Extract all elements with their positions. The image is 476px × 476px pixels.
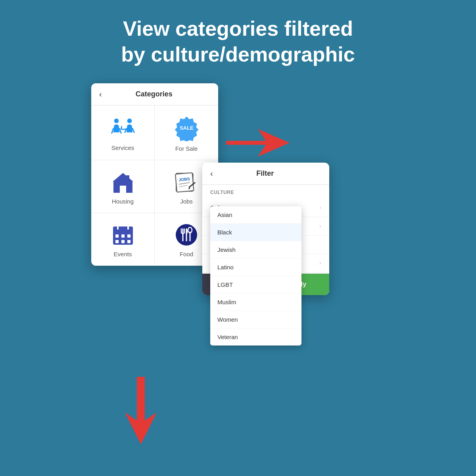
svg-rect-31 xyxy=(127,240,131,243)
dropdown-item-lgbt[interactable]: LGBT xyxy=(210,276,301,294)
housing-chevron-icon: › xyxy=(319,259,321,267)
culture-chevron-icon: › xyxy=(319,204,321,211)
arrow-filter-indicator xyxy=(123,377,159,446)
svg-line-7 xyxy=(132,129,134,132)
svg-marker-40 xyxy=(125,377,157,444)
culture-dropdown: Asian Black Jewish Latino LGBT Muslim Wo… xyxy=(210,206,301,345)
arrow-forsale-indicator xyxy=(226,127,290,160)
events-icon xyxy=(109,223,137,247)
svg-marker-10 xyxy=(113,173,133,182)
filter-title: Filter xyxy=(217,169,313,178)
category-services[interactable]: Services xyxy=(91,106,155,160)
dropdown-item-jewish[interactable]: Jewish xyxy=(210,241,301,259)
headline-line2: by culture/demographic xyxy=(121,43,355,66)
svg-rect-29 xyxy=(115,240,119,243)
dropdown-item-veteran[interactable]: Veteran xyxy=(210,328,301,345)
svg-rect-11 xyxy=(126,175,129,181)
food-label: Food xyxy=(180,251,193,257)
svg-rect-15 xyxy=(175,173,194,192)
headline-line1: View categories filtered xyxy=(123,17,353,40)
svg-rect-26 xyxy=(115,234,119,238)
categories-back-button[interactable]: ‹ xyxy=(99,90,102,99)
svg-rect-28 xyxy=(127,234,131,238)
svg-rect-13 xyxy=(120,186,126,193)
culture-section-label: CULTURE xyxy=(202,185,329,198)
filter-back-button[interactable]: ‹ xyxy=(210,169,213,178)
services-icon xyxy=(109,117,137,140)
dropdown-item-women[interactable]: Women xyxy=(210,311,301,328)
categories-screen: ‹ Categories xyxy=(91,83,218,266)
categories-title: Categories xyxy=(106,90,202,98)
svg-point-5 xyxy=(127,119,132,123)
events-label: Events xyxy=(114,251,132,257)
food-icon xyxy=(173,223,200,247)
category-housing[interactable]: Housing xyxy=(91,160,155,213)
svg-rect-27 xyxy=(121,234,125,238)
dropdown-item-asian[interactable]: Asian xyxy=(210,206,301,224)
svg-text:SALE: SALE xyxy=(180,125,194,131)
dropdown-item-latino[interactable]: Latino xyxy=(210,259,301,276)
headline: View categories filtered by culture/demo… xyxy=(0,0,476,75)
forsale-label: For Sale xyxy=(175,145,198,152)
svg-rect-23 xyxy=(113,230,133,232)
jobs-icon: JOBS xyxy=(173,170,200,194)
dropdown-item-muslim[interactable]: Muslim xyxy=(210,294,301,311)
categories-header: ‹ Categories xyxy=(91,83,218,106)
filter-header: ‹ Filter xyxy=(202,163,329,185)
dropdown-item-black[interactable]: Black xyxy=(210,224,301,241)
svg-marker-39 xyxy=(226,129,290,157)
svg-line-4 xyxy=(121,126,122,129)
categories-grid: Services SALE For Sale xyxy=(91,106,218,266)
location-chevron-icon: › xyxy=(319,223,321,230)
svg-point-0 xyxy=(114,119,119,123)
svg-line-1 xyxy=(111,129,113,133)
category-forsale[interactable]: SALE For Sale xyxy=(155,106,218,160)
jobs-label: Jobs xyxy=(180,198,193,205)
housing-label: Housing xyxy=(112,198,134,205)
svg-rect-30 xyxy=(121,240,125,243)
category-events[interactable]: Events xyxy=(91,213,155,266)
housing-icon xyxy=(109,170,137,194)
forsale-icon: SALE xyxy=(174,115,200,141)
services-label: Services xyxy=(111,144,134,151)
